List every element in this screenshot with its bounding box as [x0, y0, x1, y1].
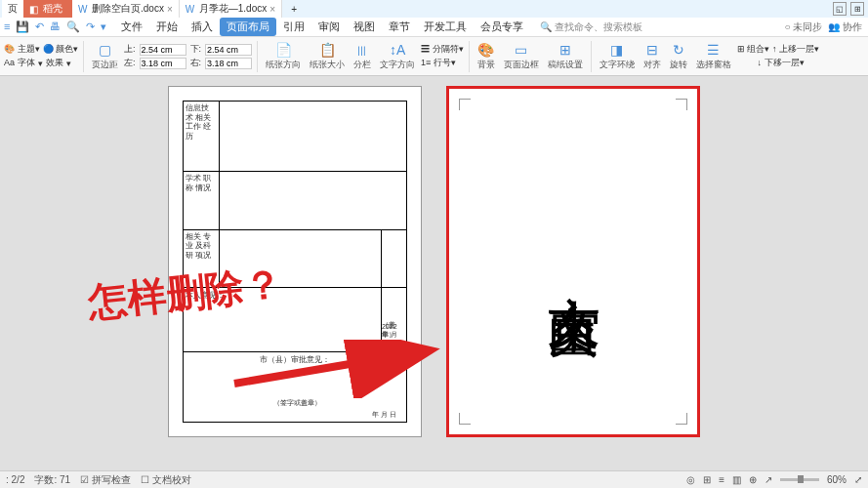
menu-icon[interactable]: ≡: [4, 20, 10, 33]
doc-proof[interactable]: ☐ 文档校对: [141, 473, 191, 487]
page-2-blank[interactable]: 文末空白页: [446, 86, 700, 437]
view-icon[interactable]: ≡: [719, 474, 724, 485]
margin-top-input[interactable]: [140, 44, 186, 56]
background-button[interactable]: 🎨背景: [475, 42, 498, 71]
page-indicator[interactable]: : 2/2: [6, 474, 24, 485]
view-icon[interactable]: ⊞: [703, 474, 711, 485]
menu-layout[interactable]: 页面布局: [220, 18, 276, 36]
margin-right-input[interactable]: [205, 58, 252, 69]
sync-status[interactable]: ○ 未同步: [784, 20, 822, 34]
menu-chapter[interactable]: 章节: [382, 18, 417, 36]
dropdown-icon[interactable]: ▾: [101, 20, 106, 33]
app-icon2[interactable]: ⊞: [850, 2, 864, 16]
margin-left-input[interactable]: [140, 58, 186, 69]
tab-app[interactable]: 页: [2, 0, 23, 18]
status-bar: : 2/2 字数: 71 ☑ 拼写检查 ☐ 文档校对 ◎ ⊞ ≡ ▥ ⊕ ↗ 6…: [0, 470, 868, 488]
spell-check[interactable]: ☑ 拼写检查: [80, 473, 131, 487]
orientation-button[interactable]: 📄纸张方向: [263, 42, 304, 71]
effects-button[interactable]: 效果: [46, 57, 63, 69]
tab-label: 月季花—1.docx: [199, 2, 267, 16]
size-button[interactable]: 📋纸张大小: [307, 42, 348, 71]
theme-button[interactable]: 🎨 主题▾: [4, 43, 40, 56]
zoom-slider[interactable]: [780, 478, 819, 481]
theme-group: 🎨 主题▾🔵 颜色▾ Aa 字体▾ 效果▾: [4, 43, 78, 69]
menu-view[interactable]: 视图: [347, 18, 382, 36]
menu-dev[interactable]: 开发工具: [417, 18, 474, 36]
textdir-icon: ↕A: [390, 42, 405, 58]
menu-bar: ≡ 💾 ↶ 🖶 🔍 ↷ ▾ 文件 开始 插入 页面布局 引用 审阅 视图 章节 …: [0, 18, 868, 37]
menu-review[interactable]: 审阅: [311, 18, 347, 36]
separator: [591, 41, 592, 72]
color-button[interactable]: 🔵 颜色▾: [43, 43, 79, 56]
search-placeholder: 查找命令、搜索模板: [555, 20, 642, 34]
menu-insert[interactable]: 插入: [185, 18, 220, 36]
moveup-button[interactable]: ↑ 上移一层▾: [772, 43, 819, 56]
close-icon[interactable]: ×: [269, 4, 275, 15]
preview-icon[interactable]: 🔍: [66, 20, 80, 33]
tab-strip: 页 ◧稻壳 W删除空白页.docx× W月季花—1.docx× +: [2, 0, 306, 18]
columns-button[interactable]: ⫼分栏: [351, 42, 374, 71]
margin-values: 上:下: 左:右:: [124, 43, 252, 69]
margins-icon: ▢: [99, 42, 111, 58]
word-icon: W: [78, 4, 89, 15]
border-button[interactable]: ▭页面边框: [501, 42, 542, 71]
tab-doc2[interactable]: W月季花—1.docx×: [180, 0, 282, 18]
redo-icon[interactable]: ↷: [86, 20, 95, 33]
menu-home[interactable]: 开始: [149, 18, 185, 36]
save-icon[interactable]: 💾: [16, 20, 29, 33]
tab-label: 页: [8, 2, 18, 16]
app-icon1[interactable]: ◱: [833, 2, 847, 16]
cell-label: 相关 专业 及科研 项况: [186, 232, 217, 261]
view-icon[interactable]: ◎: [686, 474, 695, 485]
align-icon: ⊟: [646, 42, 658, 58]
cell-label: 学术 职称 情况: [186, 174, 217, 192]
tab-logo[interactable]: ◧稻壳: [23, 0, 72, 18]
menu-vip[interactable]: 会员专享: [474, 18, 530, 36]
collab-button[interactable]: 👥 协作: [828, 20, 862, 34]
print-icon[interactable]: 🖶: [50, 20, 61, 33]
window-controls: ◱ ⊞: [833, 2, 868, 16]
crop-mark-icon: [676, 99, 687, 110]
cell-date: 年 月 日: [372, 410, 396, 420]
border-icon: ▭: [515, 42, 527, 58]
rotate-icon: ↻: [673, 42, 684, 58]
annotation-vertical-text: 文末空白页: [538, 102, 609, 415]
menu-ref[interactable]: 引用: [276, 18, 311, 36]
menubar-right: ○ 未同步 👥 协作: [784, 20, 868, 34]
margins-button[interactable]: ▢页边距: [89, 42, 121, 71]
view-icon[interactable]: ▥: [732, 474, 741, 485]
search-box[interactable]: 🔍 查找命令、搜索模板: [540, 20, 642, 34]
pane-button[interactable]: ☰选择窗格: [693, 42, 734, 71]
bg-icon: 🎨: [477, 42, 494, 58]
view-icon[interactable]: ↗: [765, 474, 772, 485]
ribbon: 🎨 主题▾🔵 颜色▾ Aa 字体▾ 效果▾ ▢页边距 上:下: 左:右: 📄纸张…: [0, 37, 868, 76]
expand-icon[interactable]: ⤢: [854, 474, 862, 485]
document-canvas[interactable]: 信息技术 相关 工作 经历 学术 职称 情况 相关 专业 及科研 项况 本人意见…: [0, 76, 868, 470]
group-button[interactable]: ⊞ 组合▾: [737, 43, 770, 56]
word-count[interactable]: 字数: 71: [34, 473, 70, 487]
logo-icon: ◧: [29, 4, 40, 15]
crop-mark-icon: [459, 99, 471, 110]
view-icon[interactable]: ⊕: [749, 474, 757, 485]
font-button[interactable]: Aa 字体: [4, 57, 35, 69]
wrap-button[interactable]: ◨文字环绕: [597, 42, 638, 71]
watermark-button[interactable]: ⊞稿纸设置: [545, 42, 586, 71]
rotate-button[interactable]: ↻旋转: [667, 42, 690, 71]
tab-doc1[interactable]: W删除空白页.docx×: [72, 0, 180, 18]
tab-add[interactable]: +: [282, 0, 306, 18]
wrap-icon: ◨: [610, 42, 623, 58]
undo-icon[interactable]: ↶: [35, 20, 44, 33]
pane-icon: ☰: [707, 42, 720, 58]
textdir-button[interactable]: ↕A文字方向: [377, 42, 418, 71]
zoom-value[interactable]: 60%: [827, 474, 847, 485]
movedown-button[interactable]: ↓ 下移一层▾: [758, 57, 805, 69]
menu-file[interactable]: 文件: [114, 18, 149, 36]
close-icon[interactable]: ×: [167, 4, 173, 15]
breaks-button[interactable]: ☰ 分隔符▾: [421, 43, 464, 56]
margin-bottom-input[interactable]: [205, 44, 252, 56]
align-button[interactable]: ⊟对齐: [641, 42, 664, 71]
linenum-button[interactable]: 1≡ 行号▾: [421, 57, 456, 69]
columns-icon: ⫼: [355, 42, 369, 58]
size-icon: 📋: [319, 42, 336, 58]
svg-line-0: [234, 351, 425, 384]
